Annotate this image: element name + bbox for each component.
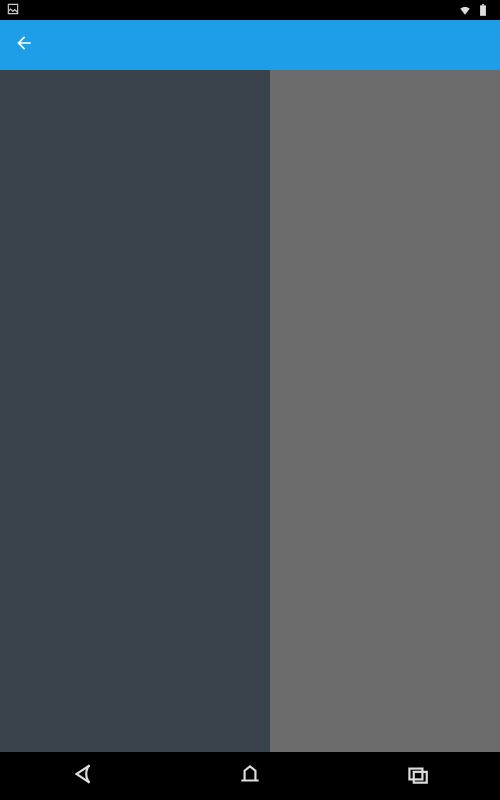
navigation-drawer [0,70,270,752]
system-navbar [0,752,500,800]
status-left [6,2,20,19]
svg-rect-1 [413,772,426,783]
wifi-icon [458,3,472,17]
back-nav-icon[interactable] [70,761,96,791]
battery-icon [476,3,490,17]
app-bar [0,20,500,70]
svg-rect-0 [409,769,422,780]
status-bar [0,0,500,20]
status-right [458,3,494,17]
home-nav-icon[interactable] [237,761,263,791]
image-icon [6,2,20,16]
back-icon[interactable] [14,33,34,57]
recent-nav-icon[interactable] [404,761,430,791]
